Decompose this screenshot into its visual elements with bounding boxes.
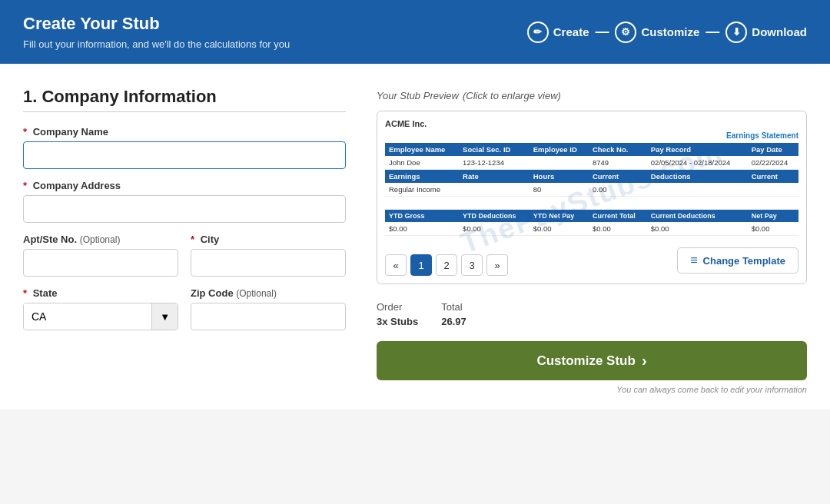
pagination-page-3[interactable]: 3: [461, 254, 483, 276]
section-divider: [23, 111, 346, 112]
th-pay-record: Pay Record: [647, 143, 748, 156]
td-ytd-net-val: $0.00: [530, 222, 589, 236]
required-star-3: *: [191, 234, 194, 245]
stub-table: Employee Name Social Sec. ID Employee ID…: [385, 143, 798, 236]
th-hours: Hours: [530, 170, 589, 184]
step-connector-2: —: [706, 24, 719, 40]
td-ssn: 123-12-1234: [459, 156, 530, 170]
td-net-pay-val: $0.00: [748, 222, 798, 236]
th-ytd-net-pay: YTD Net Pay: [530, 210, 589, 223]
th-current-2: Current: [748, 170, 798, 184]
state-zip-row: * State ▼ Zip Code (Optional): [23, 287, 346, 341]
pagination-next[interactable]: »: [486, 254, 508, 276]
stub-spacer-row: [385, 197, 798, 210]
create-icon: ✏: [527, 22, 549, 43]
step-customize-label: Customize: [641, 25, 699, 38]
order-info: Order 3x Stubs Total 26.97: [377, 301, 466, 327]
customize-arrow: ›: [642, 352, 647, 370]
th-pay-date: Pay Date: [748, 143, 798, 156]
city-label: * City: [191, 234, 346, 245]
td-current-val: 0.00: [589, 183, 647, 197]
pagination-page-1[interactable]: 1: [410, 254, 432, 276]
th-ytd-gross: YTD Gross: [385, 210, 459, 223]
progress-steps: ✏ Create — ⚙ Customize — ⬇ Download: [527, 22, 807, 43]
stub-footer-header: YTD Gross YTD Deductions YTD Net Pay Cur…: [385, 210, 798, 223]
zip-input[interactable]: [191, 303, 346, 330]
page-subtitle: Fill out your information, and we'll do …: [23, 38, 290, 50]
company-address-input[interactable]: [23, 195, 346, 223]
td-curr-total-val: $0.00: [589, 222, 647, 236]
change-template-label: Change Template: [703, 255, 785, 267]
preview-panel: Your Stub Preview (Click to enlarge view…: [377, 87, 807, 394]
city-group: * City: [191, 234, 346, 277]
step-create-label: Create: [553, 25, 589, 38]
page-header: Create Your Stub Fill out your informati…: [0, 0, 830, 64]
total-value: 26.97: [441, 316, 466, 327]
required-star-4: *: [23, 287, 27, 299]
td-rate-val: [459, 183, 530, 197]
state-dropdown-button[interactable]: ▼: [151, 303, 178, 330]
state-group: * State ▼: [23, 287, 178, 330]
order-label: Order: [377, 301, 418, 313]
city-input[interactable]: [191, 249, 346, 277]
stub-earnings-label: Earnings Statement: [385, 131, 798, 140]
customize-icon: ⚙: [615, 22, 636, 43]
apt-group: Apt/Ste No. (Optional): [23, 234, 178, 277]
td-ytd-val: [748, 183, 798, 197]
company-name-input[interactable]: [23, 141, 346, 169]
stub-data-row-1: John Doe 123-12-1234 8749 02/05/2024 - 0…: [385, 156, 798, 170]
th-earnings: Earnings: [385, 170, 459, 184]
form-panel: 1. Company Information * Company Name * …: [23, 87, 346, 394]
th-ytd-deductions: YTD Deductions: [459, 210, 530, 223]
company-name-group: * Company Name: [23, 126, 346, 169]
th-employee-id: Employee ID: [530, 143, 589, 156]
td-hours-val: 80: [530, 183, 589, 197]
total-row: Total 26.97: [441, 301, 466, 327]
state-input[interactable]: [24, 303, 151, 330]
td-regular-income: Regular Income: [385, 183, 459, 197]
pagination-prev[interactable]: «: [385, 254, 407, 276]
td-check-no: 8749: [589, 156, 647, 170]
stub-company-name: ACME Inc.: [385, 119, 798, 128]
step-create: ✏ Create: [527, 22, 589, 43]
th-current-deductions: Current Deductions: [647, 210, 748, 223]
stub-footer-data: $0.00 $0.00 $0.00 $0.00 $0.00 $0.00: [385, 222, 798, 236]
pagination: « 1 2 3 »: [385, 254, 508, 276]
customize-stub-button[interactable]: Customize Stub ›: [377, 341, 807, 380]
page-title: Create Your Stub: [23, 14, 290, 34]
apt-input[interactable]: [23, 249, 178, 277]
td-pay-record: 02/05/2024 - 02/18/2024: [647, 156, 748, 170]
stub-data-row-2: Regular Income 80 0.00: [385, 183, 798, 197]
change-template-button[interactable]: ≡ Change Template: [677, 247, 798, 274]
order-value: 3x Stubs: [377, 316, 418, 327]
th-employee-name: Employee Name: [385, 143, 459, 156]
company-address-label: * Company Address: [23, 180, 346, 191]
td-ytd-gross-val: $0.00: [385, 222, 459, 236]
pagination-page-2[interactable]: 2: [436, 254, 457, 276]
zip-label: Zip Code (Optional): [191, 287, 346, 299]
download-icon: ⬇: [725, 22, 747, 43]
td-deductions-val: [647, 183, 748, 197]
zip-group: Zip Code (Optional): [191, 287, 346, 330]
stub-header-row-2: Earnings Rate Hours Current Deductions C…: [385, 170, 798, 184]
order-note: You can always come back to edit your in…: [616, 385, 807, 394]
section-title: 1. Company Information: [23, 87, 346, 107]
total-label: Total: [441, 301, 466, 313]
td-ytd-ded-val: $0.00: [459, 222, 530, 236]
apt-label: Apt/Ste No. (Optional): [23, 234, 178, 245]
step-download: ⬇ Download: [725, 22, 807, 43]
state-select-wrap: ▼: [23, 303, 178, 330]
step-download-label: Download: [752, 25, 807, 38]
state-label: * State: [23, 287, 178, 299]
th-current: Current: [589, 170, 647, 184]
main-content: 1. Company Information * Company Name * …: [0, 64, 830, 410]
change-template-icon: ≡: [690, 254, 697, 267]
stub-preview[interactable]: ACME Inc. Earnings Statement ThePayStubs…: [377, 111, 807, 284]
order-row: Order 3x Stubs: [377, 301, 418, 327]
required-star-2: *: [23, 180, 27, 191]
td-curr-ded-val: $0.00: [647, 222, 748, 236]
stub-header-row-1: Employee Name Social Sec. ID Employee ID…: [385, 143, 798, 156]
required-star: *: [23, 126, 27, 138]
td-emp-id: [530, 156, 589, 170]
th-net-pay: Net Pay: [748, 210, 798, 223]
